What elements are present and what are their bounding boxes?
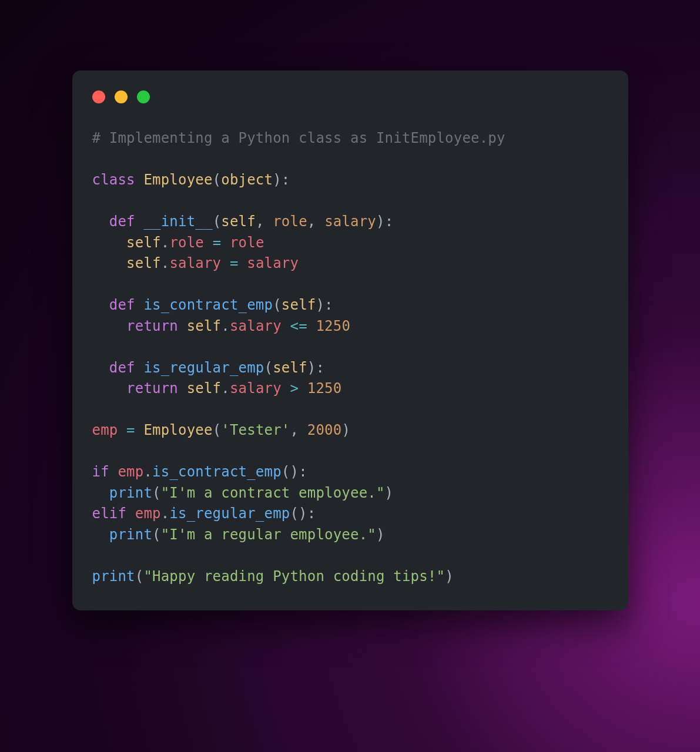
window-titlebar <box>92 90 608 103</box>
code-comment: # Implementing a Python class as InitEmp… <box>92 130 505 146</box>
param-salary: salary <box>324 213 376 230</box>
var-emp: emp <box>92 422 118 438</box>
kw-def: def <box>109 213 135 230</box>
close-button[interactable] <box>92 90 105 103</box>
base-class: object <box>221 172 273 188</box>
code-block: # Implementing a Python class as InitEmp… <box>92 128 608 587</box>
fn-is-contract: is_contract_emp <box>143 297 273 313</box>
class-name: Employee <box>143 172 212 188</box>
kw-class: class <box>92 172 135 188</box>
fn-init: __init__ <box>143 213 212 230</box>
param-self: self <box>221 213 256 230</box>
code-window: # Implementing a Python class as InitEmp… <box>72 70 628 610</box>
param-role: role <box>273 213 307 230</box>
fn-is-regular: is_regular_emp <box>143 360 264 376</box>
minimize-button[interactable] <box>115 90 128 103</box>
maximize-button[interactable] <box>137 90 150 103</box>
